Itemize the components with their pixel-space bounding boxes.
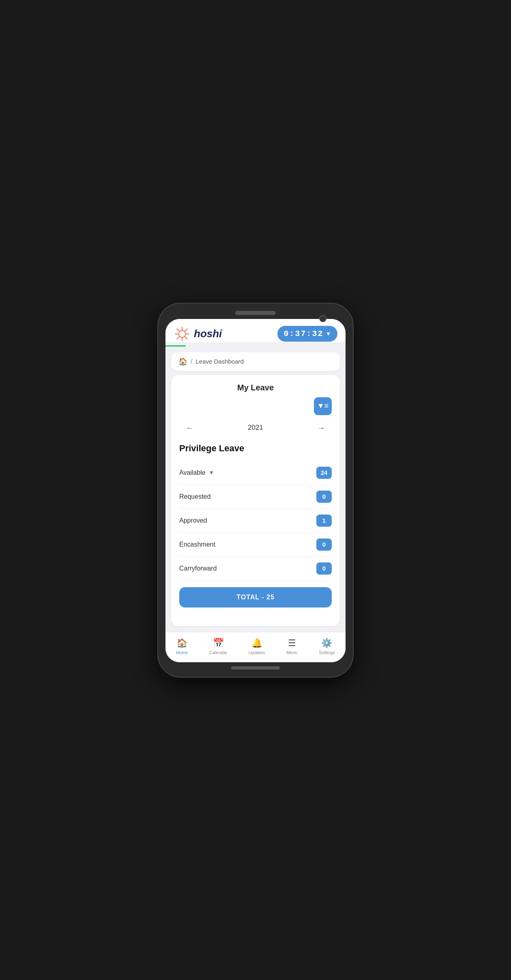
total-button[interactable]: TOTAL - 25: [179, 587, 332, 607]
breadcrumb-separator: /: [191, 358, 192, 365]
hoshi-logo-icon: [174, 325, 191, 342]
app-header: hoshi 0:37:32 ▼: [165, 319, 346, 343]
filter-icon: ▼≡: [317, 402, 328, 410]
leave-count-approved: 1: [316, 515, 332, 527]
header-underline: [165, 345, 186, 347]
timer-dropdown-arrow-icon[interactable]: ▼: [327, 331, 331, 337]
logo-area: hoshi: [174, 325, 222, 342]
menu-nav-icon: ☰: [288, 638, 296, 648]
year-label: 2021: [248, 424, 263, 432]
leave-row-requested: Requested 0: [179, 485, 332, 509]
nav-item-settings[interactable]: ⚙️ Settings: [312, 636, 341, 657]
leave-row-available: Available ▼ 24: [179, 461, 332, 485]
phone-screen: hoshi 0:37:32 ▼ 🏠 / Leave Dashboard My L…: [165, 319, 346, 662]
settings-nav-label: Settings: [319, 650, 335, 655]
nav-item-updates[interactable]: 🔔 Updates: [242, 636, 272, 657]
next-year-button[interactable]: →: [315, 421, 328, 435]
updates-nav-label: Updates: [249, 650, 265, 655]
nav-item-home[interactable]: 🏠 Home: [170, 636, 194, 657]
leave-card: My Leave ▼≡ ← 2021 → Privilege Leave Ava…: [171, 375, 340, 626]
leave-count-requested: 0: [316, 491, 332, 503]
menu-nav-label: Menu: [286, 650, 298, 655]
phone-camera: [319, 315, 326, 322]
calendar-nav-label: Calendar: [209, 650, 228, 655]
leave-count-carryforward: 0: [316, 562, 332, 575]
leave-count-encashment: 0: [316, 538, 332, 551]
available-dropdown-icon[interactable]: ▼: [209, 470, 214, 476]
nav-item-calendar[interactable]: 📅 Calendar: [203, 636, 234, 657]
leave-label-available: Available: [179, 469, 206, 476]
card-title: My Leave: [179, 383, 332, 392]
logo-text: hoshi: [194, 327, 222, 340]
year-navigator: ← 2021 →: [179, 421, 332, 435]
calendar-nav-icon: 📅: [213, 638, 224, 648]
section-title: Privilege Leave: [179, 443, 332, 454]
home-nav-icon: 🏠: [176, 638, 187, 648]
leave-row-approved: Approved 1: [179, 509, 332, 533]
leave-row-encashment: Encashment 0: [179, 533, 332, 557]
svg-line-5: [177, 329, 180, 332]
leave-label-carryforward: Carryforward: [179, 565, 217, 572]
bottom-nav: 🏠 Home 📅 Calendar 🔔 Updates ☰ Menu ⚙️ Se…: [165, 632, 346, 662]
phone-device: hoshi 0:37:32 ▼ 🏠 / Leave Dashboard My L…: [158, 304, 353, 677]
svg-line-8: [177, 336, 180, 339]
home-nav-label: Home: [176, 650, 188, 655]
settings-nav-icon: ⚙️: [321, 638, 332, 648]
leave-label-encashment: Encashment: [179, 541, 215, 548]
home-breadcrumb-icon[interactable]: 🏠: [178, 357, 187, 366]
timer-display: 0:37:32: [284, 329, 324, 338]
prev-year-button[interactable]: ←: [183, 421, 196, 435]
svg-line-6: [185, 336, 187, 339]
leave-label-approved: Approved: [179, 517, 207, 524]
leave-row-carryforward: Carryforward 0: [179, 557, 332, 581]
timer-badge[interactable]: 0:37:32 ▼: [277, 326, 337, 342]
leave-label-requested: Requested: [179, 493, 210, 500]
filter-button[interactable]: ▼≡: [314, 397, 332, 415]
updates-nav-icon: 🔔: [251, 638, 262, 648]
nav-item-menu[interactable]: ☰ Menu: [280, 636, 304, 657]
phone-speaker: [235, 311, 276, 315]
phone-home-bar: [231, 666, 280, 670]
breadcrumb: 🏠 / Leave Dashboard: [171, 352, 340, 371]
breadcrumb-label: Leave Dashboard: [195, 358, 243, 365]
svg-line-7: [185, 329, 187, 332]
leave-count-available: 24: [316, 467, 332, 479]
